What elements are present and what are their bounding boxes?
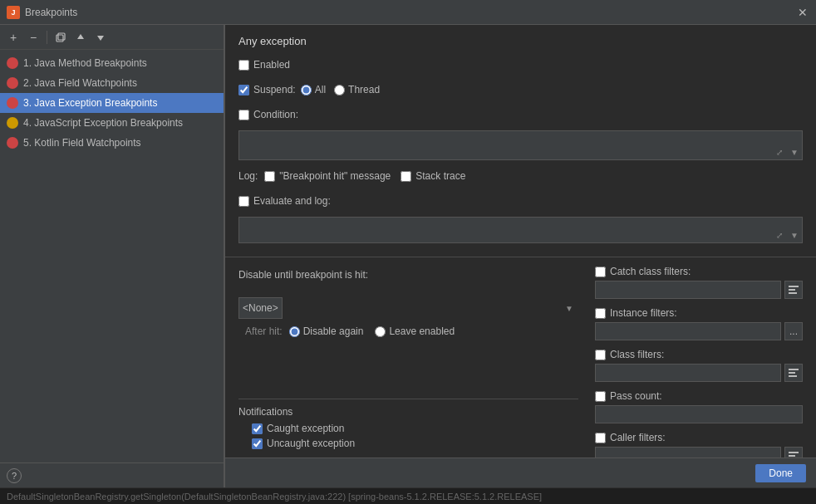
toolbar-separator-1	[47, 31, 47, 44]
list-item-selected[interactable]: 3. Java Exception Breakpoints	[0, 93, 224, 113]
caught-exception-checkbox[interactable]	[252, 423, 263, 434]
caught-exception-label: Caught exception	[267, 423, 344, 434]
list-item[interactable]: 5. Kotlin Field Watchpoints	[0, 133, 224, 153]
leave-enabled-radio-label[interactable]: Leave enabled	[375, 325, 455, 337]
list-item[interactable]: 2. Java Field Watchpoints	[0, 73, 224, 93]
condition-label: Condition:	[253, 109, 298, 120]
breakpoint-icon	[7, 77, 18, 89]
instance-more-button[interactable]: ...	[784, 322, 803, 340]
caller-browse-button[interactable]	[784, 447, 803, 458]
status-bar: DefaultSingletonBeanRegistry.getSingleto…	[0, 487, 816, 504]
expand-icon-2[interactable]: ⤢	[773, 228, 786, 242]
uncaught-exception-checkbox[interactable]	[252, 438, 263, 449]
pass-count-checkbox-label[interactable]: Pass count:	[595, 390, 803, 402]
enabled-checkbox[interactable]	[238, 60, 249, 71]
catch-class-checkbox-label[interactable]: Catch class filters:	[595, 266, 803, 277]
condition-checkbox[interactable]	[238, 110, 249, 120]
svg-rect-7	[789, 375, 797, 377]
class-browse-button[interactable]	[784, 364, 803, 382]
add-breakpoint-button[interactable]: +	[5, 29, 22, 46]
done-button[interactable]: Done	[755, 464, 806, 482]
pass-count-section: Pass count:	[595, 390, 803, 423]
caught-exception-checkbox-label[interactable]: Caught exception	[252, 423, 578, 434]
disable-until-label: Disable until breakpoint is hit:	[238, 269, 368, 281]
svg-rect-4	[789, 292, 797, 294]
catch-class-input[interactable]	[595, 281, 781, 299]
log-stack-trace-checkbox-label[interactable]: Stack trace	[401, 170, 465, 182]
svg-rect-5	[789, 369, 799, 370]
settings-icon-2[interactable]: ▼	[788, 228, 801, 242]
caller-filter-section: Caller filters:	[595, 432, 803, 458]
class-input[interactable]	[595, 364, 781, 382]
item-label: 3. Java Exception Breakpoints	[23, 97, 157, 109]
after-hit-label: After hit:	[245, 325, 283, 337]
suspend-row: Suspend: All Thread	[238, 81, 803, 99]
instance-checkbox-label[interactable]: Instance filters:	[595, 307, 803, 319]
disable-until-dropdown[interactable]: <None>	[238, 297, 283, 319]
dialog-footer: Done	[225, 458, 816, 487]
notifications-title: Notifications	[238, 406, 578, 418]
condition-checkbox-label[interactable]: Condition:	[238, 109, 298, 120]
caller-checkbox-label[interactable]: Caller filters:	[595, 432, 803, 443]
suspend-checkbox[interactable]	[238, 85, 249, 95]
suspend-all-radio-label[interactable]: All	[301, 84, 326, 95]
breakpoints-dialog: J Breakpoints ✕ + −	[0, 0, 816, 504]
section-title: Any exception	[238, 35, 803, 47]
evaluate-log-checkbox-label[interactable]: Evaluate and log:	[238, 195, 331, 207]
suspend-thread-radio-label[interactable]: Thread	[334, 84, 380, 95]
svg-rect-8	[789, 452, 799, 453]
pass-count-checkbox[interactable]	[595, 391, 606, 402]
enabled-row: Enabled	[238, 56, 803, 74]
pass-count-filter-row	[595, 405, 803, 423]
item-label: 2. Java Field Watchpoints	[23, 77, 137, 89]
enabled-checkbox-label[interactable]: Enabled	[238, 59, 290, 71]
copy-breakpoint-button[interactable]	[52, 29, 69, 46]
help-button[interactable]: ?	[7, 468, 22, 483]
instance-checkbox[interactable]	[595, 308, 606, 319]
list-item[interactable]: 4. JavaScript Exception Breakpoints	[0, 113, 224, 133]
leave-enabled-radio[interactable]	[375, 326, 386, 337]
log-message-checkbox[interactable]	[264, 171, 275, 182]
log-message-checkbox-label[interactable]: "Breakpoint hit" message	[264, 170, 391, 182]
move-up-button[interactable]	[72, 29, 89, 46]
disable-again-radio-label[interactable]: Disable again	[289, 325, 364, 337]
suspend-checkbox-label[interactable]: Suspend:	[238, 84, 296, 95]
evaluate-log-row: Evaluate and log:	[238, 192, 803, 210]
caller-checkbox[interactable]	[595, 433, 606, 443]
disable-again-radio[interactable]	[289, 326, 300, 337]
move-down-button[interactable]	[92, 29, 109, 46]
pass-count-input[interactable]	[595, 405, 803, 423]
svg-rect-2	[789, 286, 799, 287]
remove-breakpoint-button[interactable]: −	[25, 29, 42, 46]
condition-icons: ⤢ ▼	[773, 145, 801, 159]
expand-icon[interactable]: ⤢	[773, 145, 786, 159]
list-item[interactable]: 1. Java Method Breakpoints	[0, 53, 224, 73]
evaluate-log-checkbox[interactable]	[238, 196, 249, 207]
enabled-label: Enabled	[253, 59, 290, 71]
uncaught-exception-checkbox-label[interactable]: Uncaught exception	[252, 438, 578, 449]
class-checkbox-label[interactable]: Class filters:	[595, 349, 803, 360]
catch-class-checkbox[interactable]	[595, 267, 606, 277]
settings-icon[interactable]: ▼	[788, 145, 801, 159]
caller-input[interactable]	[595, 447, 781, 458]
svg-rect-6	[789, 372, 795, 374]
left-bottom-bar: ?	[0, 462, 224, 487]
right-panel: Any exception Enabled Suspend:	[225, 25, 816, 487]
suspend-thread-radio[interactable]	[334, 85, 345, 95]
catch-class-browse-button[interactable]	[784, 281, 803, 299]
main-content: + − 1	[0, 25, 816, 487]
svg-rect-0	[57, 35, 63, 42]
condition-textarea[interactable]	[238, 130, 803, 160]
close-button[interactable]: ✕	[796, 6, 809, 19]
class-label: Class filters:	[610, 349, 664, 360]
evaluate-log-textarea[interactable]	[238, 217, 803, 243]
suspend-all-radio[interactable]	[301, 85, 312, 95]
left-form-section: Disable until breakpoint is hit: <None> …	[238, 266, 578, 449]
class-checkbox[interactable]	[595, 350, 606, 360]
dropdown-arrow-icon: ▼	[565, 304, 573, 313]
log-stack-trace-checkbox[interactable]	[401, 171, 411, 182]
log-row: Log: "Breakpoint hit" message Stack trac…	[238, 167, 803, 185]
item-label: 5. Kotlin Field Watchpoints	[23, 137, 141, 149]
instance-label: Instance filters:	[610, 307, 677, 319]
instance-input[interactable]	[595, 322, 781, 340]
